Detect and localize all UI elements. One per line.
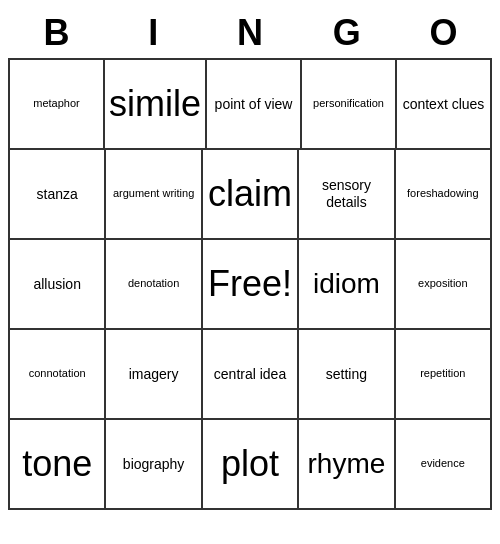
cell-text: stanza [37,186,78,203]
bingo-cell: stanza [10,150,106,240]
cell-text: claim [208,172,292,215]
bingo-cell: personification [302,60,397,150]
cell-text: tone [22,442,92,485]
bingo-card: BINGO metaphorsimilepoint of viewpersoni… [8,8,492,510]
header-letter: G [298,8,395,58]
bingo-cell: metaphor [10,60,105,150]
cell-text: Free! [208,262,292,305]
cell-text: argument writing [113,187,194,200]
header-letter: B [8,8,105,58]
bingo-cell: imagery [106,330,202,420]
bingo-row: allusiondenotationFree!idiomexposition [10,240,492,330]
cell-text: setting [326,366,367,383]
cell-text: foreshadowing [407,187,479,200]
bingo-cell: argument writing [106,150,202,240]
cell-text: repetition [420,367,465,380]
cell-text: point of view [215,96,293,113]
cell-text: central idea [214,366,286,383]
bingo-row: metaphorsimilepoint of viewpersonificati… [10,60,492,150]
bingo-cell: central idea [203,330,299,420]
cell-text: plot [221,442,279,485]
bingo-cell: idiom [299,240,395,330]
cell-text: biography [123,456,185,473]
bingo-cell: Free! [203,240,299,330]
bingo-cell: foreshadowing [396,150,492,240]
cell-text: idiom [313,267,380,301]
cell-text: exposition [418,277,468,290]
header-letter: N [202,8,299,58]
bingo-cell: context clues [397,60,492,150]
bingo-row: stanzaargument writingclaimsensory detai… [10,150,492,240]
cell-text: denotation [128,277,179,290]
bingo-cell: tone [10,420,106,510]
bingo-cell: setting [299,330,395,420]
cell-text: context clues [403,96,485,113]
cell-text: evidence [421,457,465,470]
header-row: BINGO [8,8,492,58]
cell-text: rhyme [308,447,386,481]
bingo-cell: allusion [10,240,106,330]
cell-text: personification [313,97,384,110]
bingo-cell: rhyme [299,420,395,510]
cell-text: sensory details [303,177,389,211]
bingo-cell: simile [105,60,207,150]
cell-text: connotation [29,367,86,380]
bingo-row: connotationimagerycentral ideasettingrep… [10,330,492,420]
header-letter: O [395,8,492,58]
bingo-grid: metaphorsimilepoint of viewpersonificati… [8,58,492,510]
bingo-cell: exposition [396,240,492,330]
bingo-cell: biography [106,420,202,510]
bingo-cell: plot [203,420,299,510]
bingo-row: tonebiographyplotrhymeevidence [10,420,492,510]
cell-text: imagery [129,366,179,383]
bingo-cell: claim [203,150,299,240]
cell-text: metaphor [33,97,79,110]
bingo-cell: sensory details [299,150,395,240]
bingo-cell: denotation [106,240,202,330]
bingo-cell: repetition [396,330,492,420]
bingo-cell: connotation [10,330,106,420]
cell-text: allusion [33,276,80,293]
header-letter: I [105,8,202,58]
bingo-cell: evidence [396,420,492,510]
cell-text: simile [109,82,201,125]
bingo-cell: point of view [207,60,302,150]
